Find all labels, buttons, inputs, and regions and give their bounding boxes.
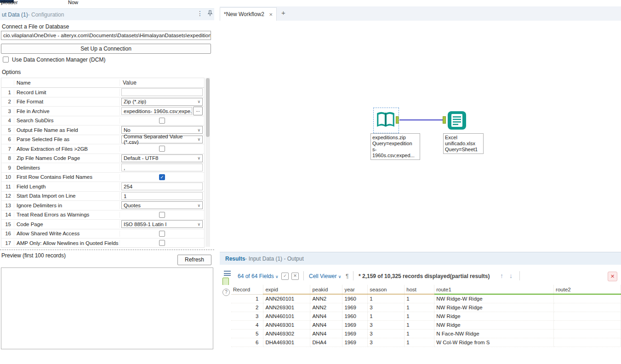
chevron-down-icon: ∨ xyxy=(275,274,279,279)
input-data-tool-icon[interactable] xyxy=(375,109,396,131)
col-header-record[interactable]: Record xyxy=(231,285,263,294)
refresh-button[interactable]: Refresh xyxy=(177,255,211,265)
options-header-name: Name xyxy=(14,80,120,85)
ignore-delimiters-select[interactable]: Quotes ∨ xyxy=(121,201,203,209)
delimiters-input[interactable]: , xyxy=(121,164,203,171)
arrow-down-icon[interactable]: ↓ xyxy=(509,272,513,279)
panel-title: ut Data (1) xyxy=(2,11,28,18)
deselect-fields-icon[interactable]: ✕ xyxy=(291,273,299,280)
cell-viewer-dropdown[interactable]: Cell Viewer ∨ xyxy=(309,273,341,279)
chevron-down-icon: ∨ xyxy=(197,203,200,208)
allow-extraction-2gb-checkbox[interactable] xyxy=(159,146,165,152)
pin-icon[interactable] xyxy=(207,10,213,17)
toolbar-separator xyxy=(353,271,353,280)
table-row[interactable]: 5 ANN469302 ANN4 1969 3 1 N Face-NW Ridg… xyxy=(231,330,621,338)
col-header-year[interactable]: year xyxy=(342,285,368,294)
arrow-up-icon[interactable]: ↑ xyxy=(500,272,503,279)
dcm-checkbox[interactable] xyxy=(3,57,9,63)
option-row-read-errors: 14 Treat Read Errors as Warnings xyxy=(1,210,204,220)
options-scrollbar-thumb[interactable] xyxy=(206,78,210,137)
chevron-down-icon: ∨ xyxy=(197,156,200,160)
option-row-amp-newlines: 17 AMP Only: Allow Newlines in Quoted Fi… xyxy=(1,239,204,248)
option-row-delimiters: 9 Delimiters , xyxy=(1,163,204,173)
col-header-route1[interactable]: route1 xyxy=(434,285,554,294)
alteryx-designer-window: ploader Now ut Data (1) - Configuration … xyxy=(0,0,621,364)
option-row-parse-file: 6 Parse Selected File as Comma Separated… xyxy=(1,135,204,145)
option-row-record-limit: 1 Record Limit xyxy=(1,88,204,97)
toolbar-separator xyxy=(519,271,520,280)
col-header-expid[interactable]: expid xyxy=(263,285,310,294)
output-filename-as-field-select[interactable]: No ∨ xyxy=(121,126,203,134)
output-data-tool-icon[interactable] xyxy=(447,110,467,131)
results-subtitle: - Input Data (1) - Output xyxy=(245,256,303,262)
option-row-code-page: 15 Code Page ISO 8859-1 Latin I ∨ xyxy=(1,220,204,229)
chevron-down-icon: ∨ xyxy=(197,137,200,142)
workflow-canvas[interactable] xyxy=(220,21,621,252)
parse-selected-file-select[interactable]: Comma Separated Value (*.csv) ∨ xyxy=(121,136,203,143)
col-header-season[interactable]: season xyxy=(368,285,405,294)
col-header-peakid[interactable]: peakid xyxy=(310,285,342,294)
pilcrow-icon[interactable]: ¶ xyxy=(346,273,348,279)
table-row[interactable]: 4 ANN469301 ANN4 1969 3 1 NW Ridge xyxy=(231,321,621,330)
col-header-host[interactable]: host xyxy=(405,285,434,294)
input-anchor[interactable] xyxy=(443,116,446,124)
results-title: Results xyxy=(225,256,245,262)
results-grid[interactable]: Record expid peakid year season host rou… xyxy=(231,285,621,347)
data-view-icon[interactable] xyxy=(222,278,229,285)
field-length-input[interactable]: 254 xyxy=(121,182,203,190)
preview-area xyxy=(1,267,213,349)
table-row[interactable]: 1 ANN260101 ANN2 1960 1 1 NW Ridge-W Rid… xyxy=(231,294,621,303)
options-table-header: Name Value xyxy=(1,78,204,88)
tab-new-workflow2[interactable]: *New Workflow2 × xyxy=(220,7,277,21)
first-row-field-names-checkbox[interactable]: ✓ xyxy=(159,174,165,180)
chevron-down-icon: ∨ xyxy=(197,99,200,104)
input-tool-annotation[interactable]: expeditions.zip Query=expedition s- 1960… xyxy=(370,133,420,160)
options-header-value: Value xyxy=(120,80,204,86)
table-row[interactable]: 2 ANN269301 ANN2 1969 3 1 NW Ridge-W Rid… xyxy=(231,303,621,312)
option-row-zip-codepage: 8 Zip File Names Code Page Default - UTF… xyxy=(1,154,204,164)
dcm-checkbox-label: Use Data Connection Manager (DCM) xyxy=(12,57,105,63)
table-row[interactable]: 6 DHA469301 DHA4 1969 3 1 W Col-W Ridge … xyxy=(231,338,621,347)
col-header-route2[interactable]: route2 xyxy=(554,285,621,294)
zip-filenames-codepage-select[interactable]: Default - UTF8 ∨ xyxy=(121,154,203,162)
results-panel-header: Results - Input Data (1) - Output xyxy=(220,252,621,265)
code-page-select[interactable]: ISO 8859-1 Latin I ∨ xyxy=(121,220,203,228)
results-menu-icon[interactable] xyxy=(224,271,231,276)
amp-newlines-checkbox[interactable] xyxy=(159,240,165,246)
new-tab-button[interactable]: + xyxy=(281,9,285,17)
chevron-down-icon: ∨ xyxy=(338,274,342,279)
fields-dropdown[interactable]: 64 of 64 Fields ∨ xyxy=(238,273,279,279)
search-subdirs-checkbox[interactable] xyxy=(159,118,165,124)
option-row-file-format: 2 File Format Zip (*.zip) ∨ xyxy=(1,97,204,107)
panel-splitter[interactable] xyxy=(0,250,214,250)
help-icon[interactable]: ? xyxy=(222,289,230,296)
shared-write-access-checkbox[interactable] xyxy=(159,231,165,237)
output-tool-annotation[interactable]: Excel unificado.xlsx Query=Sheet1 xyxy=(443,133,484,154)
chevron-down-icon: ∨ xyxy=(197,222,200,227)
option-row-allow-extraction: 7 Allow Extraction of Files >2GB xyxy=(1,144,204,154)
file-in-archive-input[interactable]: expeditions- 1960s.csv;expe... xyxy=(121,107,192,115)
close-results-button[interactable]: ✕ xyxy=(608,272,617,281)
option-row-shared-write: 16 Allow Shared Write Access xyxy=(1,229,204,239)
connection-wire[interactable] xyxy=(399,119,444,120)
set-up-connection-button[interactable]: Set Up a Connection xyxy=(1,44,211,54)
tab-label: *New Workflow2 xyxy=(224,11,267,17)
preview-section-label: Preview (first 100 records) xyxy=(1,252,66,259)
record-limit-input[interactable] xyxy=(121,88,203,96)
panel-title-suffix: - Configuration xyxy=(28,11,64,18)
connect-section-label: Connect a File or Database xyxy=(2,23,69,30)
tab-close-icon[interactable]: × xyxy=(269,11,273,18)
options-section-label: Options xyxy=(2,69,21,75)
file-format-select[interactable]: Zip (*.zip) ∨ xyxy=(121,98,203,106)
browse-button[interactable]: ... xyxy=(193,107,203,115)
start-data-import-line-input[interactable]: 1 xyxy=(121,192,203,200)
workflow-tab-bar xyxy=(220,6,621,21)
toolbar-text-fragment: ploader xyxy=(1,0,18,5)
read-errors-warnings-checkbox[interactable] xyxy=(159,212,165,218)
select-fields-icon[interactable]: ✓ xyxy=(281,273,289,280)
panel-menu-icon[interactable]: ⋮ xyxy=(197,10,203,17)
records-status-text: * 2,159 of 10,325 records displayed(part… xyxy=(359,273,490,279)
file-path-input[interactable]: cio.vilaplana\OneDrive - alteryx.com\Doc… xyxy=(1,31,211,40)
table-row[interactable]: 3 ANN460101 ANN4 1960 1 1 NW Ridge xyxy=(231,312,621,321)
toolbar-separator xyxy=(303,271,304,280)
